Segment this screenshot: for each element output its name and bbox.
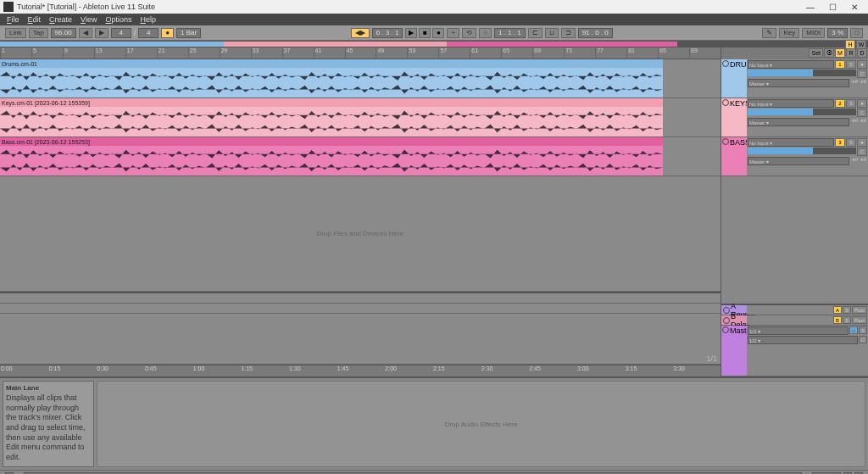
menu-options[interactable]: Options (102, 15, 135, 24)
master-solo[interactable]: S (859, 326, 867, 334)
arrangement-position[interactable]: 1 . 1 . 1 (494, 28, 526, 38)
master-pan[interactable]: C (859, 336, 867, 343)
m-toggle[interactable]: M (835, 48, 845, 58)
punch-in[interactable]: ⊏ (528, 28, 542, 38)
io-toggle[interactable]: ⦿ (824, 48, 834, 58)
volume-slider[interactable] (748, 70, 856, 76)
master-quant2[interactable]: 1/2 ▾ (748, 336, 858, 344)
master-lane[interactable]: 1/1 (0, 314, 721, 365)
master-header[interactable]: Master (721, 326, 747, 376)
volume-slider[interactable] (748, 148, 856, 154)
record-button[interactable]: ● (432, 28, 444, 38)
position-display[interactable]: 6 . 3 . 1 (372, 28, 403, 38)
fold-icon[interactable] (722, 60, 729, 67)
output-select[interactable]: Master ▾ (748, 157, 849, 165)
fold-icon[interactable] (722, 138, 729, 145)
arm-button[interactable]: ● (857, 138, 867, 147)
arm-button[interactable]: ● (857, 99, 867, 108)
loop-length[interactable]: 91 . 0 . 0 (578, 28, 613, 38)
view-h[interactable]: H (845, 40, 855, 49)
punch-out[interactable]: ⊐ (561, 28, 576, 38)
timesig-den[interactable]: 4 (138, 28, 159, 38)
menu-view[interactable]: View (77, 15, 100, 24)
master-quant[interactable]: 1/2 ▾ (748, 326, 849, 335)
track-row[interactable]: Keys.cm-01 [2023-06-12 155359] (0, 98, 721, 137)
return-header[interactable]: B Delay (721, 315, 747, 325)
arrangement-view[interactable]: 1591317212529333741454953576165697377818… (0, 47, 721, 376)
track-header[interactable]: DRUMS (721, 59, 747, 98)
minimize-button[interactable]: — (800, 1, 821, 13)
return-activator[interactable]: B (833, 316, 842, 324)
stop-button[interactable]: ■ (419, 28, 431, 38)
track-header[interactable]: BASS (721, 137, 747, 176)
solo-button[interactable]: S (846, 60, 856, 69)
overdub-button[interactable]: + (447, 28, 459, 38)
fold-icon[interactable] (723, 317, 730, 324)
tap-button[interactable]: Tap (29, 28, 48, 38)
tempo-field[interactable]: 96.00 (51, 28, 76, 38)
bar-ruler[interactable]: 1591317212529333741454953576165697377818… (0, 47, 721, 59)
track-row[interactable]: Bass.cm-01 [2023-06-12 155253] (0, 137, 721, 176)
nudge-down[interactable]: ◀ (79, 28, 92, 38)
session-record[interactable]: ○ (479, 28, 492, 38)
maximize-button[interactable]: ☐ (822, 1, 843, 13)
draw-mode[interactable]: ✎ (762, 28, 776, 38)
play-button[interactable]: ▶ (405, 28, 417, 38)
input-select[interactable]: No Input ▾ (748, 138, 834, 147)
overview-strip[interactable]: H W (0, 41, 868, 47)
return-post[interactable]: Post (852, 306, 867, 314)
menu-help[interactable]: Help (136, 15, 159, 24)
track-activator[interactable]: 2 (835, 99, 845, 108)
midi-map-button[interactable]: MIDI (802, 28, 825, 38)
audio-clip[interactable]: Keys.cm-01 [2023-06-12 155359] (0, 98, 663, 137)
d-toggle[interactable]: D (857, 48, 867, 58)
return-post[interactable]: Post (852, 316, 867, 324)
pan-knob[interactable]: C (857, 109, 867, 117)
time-ruler[interactable]: 0:000:150:300:451:001:151:301:452:002:15… (0, 365, 721, 376)
pan-knob[interactable]: C (857, 148, 867, 156)
menu-file[interactable]: File (3, 15, 23, 24)
automation-arm[interactable]: ⟲ (462, 28, 476, 38)
return-solo[interactable]: S (843, 316, 851, 324)
drop-files-zone[interactable]: Drop Files and Devices Here (0, 176, 721, 292)
return-b-lane[interactable] (0, 304, 721, 314)
input-select[interactable]: No Input ▾ (748, 99, 834, 108)
quantize-select[interactable]: 1 Bar (176, 28, 201, 38)
link-button[interactable]: Link (5, 28, 26, 38)
pan-knob[interactable]: C (857, 70, 867, 78)
solo-button[interactable]: S (846, 138, 856, 147)
r-toggle[interactable]: R (846, 48, 856, 58)
close-button[interactable]: ✕ (844, 1, 865, 13)
metronome-button[interactable]: ● (161, 28, 174, 38)
output-select[interactable]: Master ▾ (748, 79, 849, 87)
fold-icon[interactable] (722, 99, 729, 106)
output-select[interactable]: Master ▾ (748, 118, 849, 126)
set-button[interactable]: Set (809, 48, 823, 58)
loop-button[interactable]: ⊔ (545, 28, 559, 38)
return-solo[interactable]: S (843, 306, 851, 314)
drop-effects-zone[interactable]: Drop Audio Effects Here (97, 381, 865, 467)
menu-create[interactable]: Create (46, 15, 75, 24)
return-activator[interactable]: A (833, 306, 842, 314)
cue-button[interactable]: ○ (849, 326, 858, 334)
overload-indicator[interactable]: □ (850, 28, 863, 38)
nudge-up[interactable]: ▶ (95, 28, 108, 38)
fold-icon[interactable] (722, 326, 729, 333)
audio-clip[interactable]: Drums.cm-01 (0, 59, 663, 98)
track-row[interactable]: Drums.cm-01 (0, 59, 721, 98)
volume-slider[interactable] (748, 109, 856, 115)
fold-icon[interactable] (723, 307, 730, 314)
menu-edit[interactable]: Edit (25, 15, 45, 24)
input-select[interactable]: No Input ▾ (748, 60, 834, 69)
track-activator[interactable]: 3 (835, 138, 845, 147)
key-map-button[interactable]: Key (779, 28, 799, 38)
arm-button[interactable]: ● (857, 60, 867, 69)
view-w[interactable]: W (856, 40, 866, 49)
audio-clip[interactable]: Bass.cm-01 [2023-06-12 155253] (0, 137, 663, 176)
solo-button[interactable]: S (846, 99, 856, 108)
track-activator[interactable]: 1 (835, 60, 845, 69)
follow-button[interactable]: ◀▶ (351, 28, 370, 38)
timesig-num[interactable]: 4 (111, 28, 131, 38)
track-header[interactable]: KEYS (721, 98, 747, 137)
return-a-lane[interactable] (0, 293, 721, 304)
